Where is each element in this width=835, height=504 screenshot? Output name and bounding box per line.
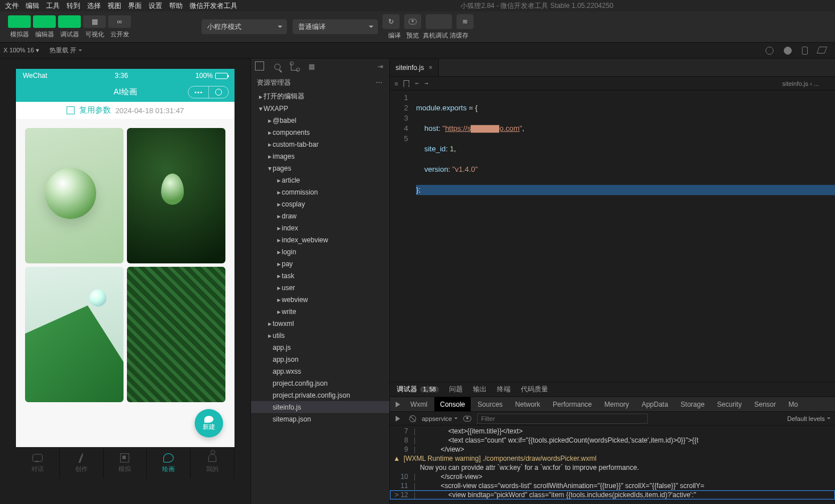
tree-item[interactable]: project.config.json — [251, 377, 389, 389]
tree-item[interactable]: @babel — [251, 114, 389, 126]
image-tile[interactable] — [25, 128, 124, 263]
zoom-dropdown[interactable]: X 100% 16 ▾ — [3, 47, 39, 54]
cloud-toggle[interactable]: ∞ — [108, 15, 131, 28]
tab-create[interactable]: 创作 — [60, 447, 104, 478]
remote-debug-button[interactable] — [426, 14, 452, 29]
panel-tab-quality[interactable]: 代码质量 — [521, 385, 548, 394]
wx-capsule[interactable] — [188, 86, 229, 98]
compile-dropdown[interactable]: 普通编译 — [293, 19, 378, 34]
inspect-icon[interactable] — [394, 400, 404, 409]
tree-item[interactable]: app.json — [251, 353, 389, 365]
tree-item[interactable]: images — [251, 150, 389, 162]
devtab-sensor[interactable]: Sensor — [748, 397, 781, 411]
nav-back-icon[interactable]: ← — [415, 80, 419, 87]
tab-mock[interactable]: 模拟 — [104, 447, 147, 478]
editor-toggle[interactable] — [33, 15, 56, 28]
debugger-toggle[interactable] — [58, 15, 81, 28]
tree-item[interactable]: task — [251, 270, 389, 282]
device-icon[interactable] — [802, 47, 808, 55]
panel-tab-output[interactable]: 输出 — [473, 385, 487, 394]
root-folder[interactable]: WXAPP — [251, 102, 389, 114]
tree-item[interactable]: index — [251, 222, 389, 234]
tree-item[interactable]: utils — [251, 329, 389, 341]
menu-view[interactable]: 视图 — [104, 1, 125, 11]
image-tile[interactable] — [127, 267, 225, 402]
filter-input[interactable] — [477, 414, 648, 424]
preview-button[interactable] — [404, 14, 421, 29]
record-icon[interactable] — [766, 47, 774, 55]
menu-wxdev[interactable]: 微信开发者工具 — [186, 1, 241, 11]
more-icon[interactable]: ⋯ — [376, 79, 384, 86]
menu-help[interactable]: 帮助 — [166, 1, 186, 11]
code-lines[interactable]: module.exports = { host: "https://s▇▇▇▇▇… — [414, 90, 835, 382]
capsule-menu-icon[interactable] — [188, 86, 209, 98]
tree-item[interactable]: commission — [251, 186, 389, 198]
devtab-security[interactable]: Security — [711, 397, 747, 411]
devtab-storage[interactable]: Storage — [675, 397, 710, 411]
collapse-icon[interactable]: ⇥ — [376, 62, 385, 71]
panel-tab-problems[interactable]: 问题 — [449, 385, 463, 394]
tree-item[interactable]: user — [251, 282, 389, 294]
clear-console-icon[interactable] — [409, 415, 416, 422]
tree-item[interactable]: sitemap.json — [251, 413, 389, 425]
open-editors-section[interactable]: 打开的编辑器 — [251, 90, 389, 102]
tree-item[interactable]: webview — [251, 294, 389, 305]
extensions-icon[interactable]: ▦ — [307, 62, 316, 71]
tab-draw[interactable]: 绘画 — [147, 447, 191, 478]
menu-edit[interactable]: 编辑 — [22, 1, 43, 11]
levels-dropdown[interactable]: Default levels — [787, 415, 830, 422]
close-icon[interactable]: × — [429, 64, 433, 72]
mode-dropdown[interactable]: 小程序模式 — [201, 19, 287, 34]
tree-item[interactable]: custom-tab-bar — [251, 138, 389, 150]
devtab-sources[interactable]: Sources — [472, 397, 508, 411]
panel-tab-debugger[interactable]: 调试器 1, 58 — [397, 385, 439, 394]
search-icon[interactable] — [273, 62, 282, 71]
tree-item[interactable]: pages — [251, 162, 389, 174]
tree-item[interactable]: login — [251, 246, 389, 258]
devtab-console[interactable]: Console — [434, 397, 471, 411]
tree-item[interactable]: siteinfo.js — [251, 401, 389, 413]
live-icon[interactable] — [463, 416, 471, 422]
list-icon[interactable]: ≡ — [394, 80, 398, 87]
reuse-params-label[interactable]: 复用参数 — [79, 105, 111, 115]
branch-icon[interactable] — [290, 62, 299, 71]
tree-item[interactable]: pay — [251, 258, 389, 270]
menu-tools[interactable]: 工具 — [43, 1, 63, 11]
visual-toggle[interactable]: ▦ — [83, 15, 106, 28]
tab-chat[interactable]: 对话 — [16, 447, 60, 478]
compile-button[interactable]: ↻ — [382, 14, 400, 29]
image-tile[interactable] — [127, 128, 225, 263]
tree-item[interactable]: components — [251, 126, 389, 138]
tree-item[interactable]: draw — [251, 210, 389, 222]
nav-fwd-icon[interactable]: → — [425, 80, 429, 87]
devtab-appdata[interactable]: AppData — [636, 397, 674, 411]
capsule-close-icon[interactable] — [209, 86, 229, 98]
code-editor[interactable]: 12345 module.exports = { host: "https://… — [390, 90, 835, 382]
new-draw-fab[interactable]: 新建 — [195, 409, 223, 437]
tree-item[interactable]: write — [251, 305, 389, 317]
tree-item[interactable]: article — [251, 174, 389, 186]
tab-mine[interactable]: 我的 — [191, 447, 235, 478]
tree-item[interactable]: index_webview — [251, 234, 389, 246]
tree-item[interactable]: app.wxss — [251, 365, 389, 377]
menu-goto[interactable]: 转到 — [63, 1, 84, 11]
devtab-memory[interactable]: Memory — [599, 397, 635, 411]
toggle-sidebar-icon[interactable] — [394, 414, 404, 423]
context-dropdown[interactable]: appservice — [422, 415, 458, 422]
image-tile[interactable] — [25, 267, 124, 402]
hotreload-dropdown[interactable]: 热重载 开 — [50, 46, 82, 55]
devtab-network[interactable]: Network — [509, 397, 546, 411]
tree-item[interactable]: cosplay — [251, 198, 389, 210]
devtab-performance[interactable]: Performance — [547, 397, 598, 411]
clear-cache-button[interactable]: ≋ — [456, 14, 474, 29]
tree-item[interactable]: towxml — [251, 317, 389, 329]
tree-item[interactable]: app.js — [251, 341, 389, 353]
menu-file[interactable]: 文件 — [2, 1, 22, 11]
devtab-wxml[interactable]: Wxml — [405, 397, 433, 411]
devtab-more[interactable]: Mo — [783, 397, 804, 411]
bookmark-icon[interactable] — [404, 80, 409, 87]
menu-settings[interactable]: 设置 — [145, 1, 166, 11]
files-icon[interactable] — [256, 62, 265, 71]
content-area[interactable]: AI 新建 — [16, 119, 235, 447]
simulator-toggle[interactable] — [8, 15, 31, 28]
